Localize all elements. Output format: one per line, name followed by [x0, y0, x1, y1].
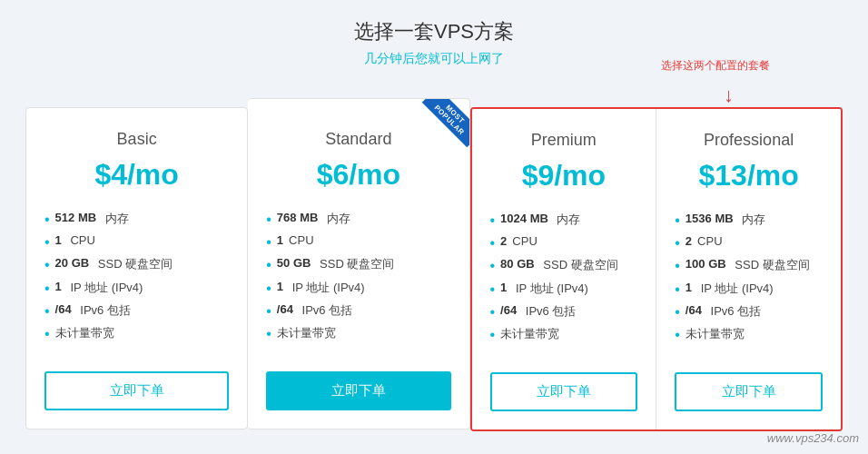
plan-basic-features: 512 MB 内存 1 CPU 20 GB SSD 硬盘空间 1 IP 地址 (…	[44, 208, 229, 353]
feature-item: 1 IP 地址 (IPv4)	[266, 277, 450, 300]
feature-item: 20 GB SSD 硬盘空间	[44, 253, 229, 276]
feature-item: 50 GB SSD 硬盘空间	[266, 253, 450, 276]
feature-item: 1 IP 地址 (IPv4)	[44, 277, 229, 300]
feature-item: 未计量带宽	[490, 323, 638, 346]
feature-item: 1CPU	[266, 231, 450, 253]
plan-basic-order-button[interactable]: 立即下单	[44, 371, 229, 410]
page-subtitle: 几分钟后您就可以上网了	[354, 51, 514, 67]
watermark: www.vps234.com	[767, 431, 859, 445]
plan-premium-features: 1024 MB 内存 2CPU 80 GB SSD 硬盘空间 1 IP 地址 (…	[490, 209, 638, 354]
highlighted-plans-wrapper: Premium $9/mo 1024 MB 内存 2CPU 80 GB SSD …	[470, 107, 843, 431]
feature-item: 2CPU	[675, 232, 823, 254]
plan-professional-name: Professional	[675, 131, 823, 150]
plan-basic-price: $4/mo	[44, 158, 229, 192]
feature-item: 1 IP 地址 (IPv4)	[490, 278, 638, 301]
feature-item: 未计量带宽	[266, 322, 450, 345]
plan-premium: Premium $9/mo 1024 MB 内存 2CPU 80 GB SSD …	[472, 109, 657, 429]
feature-item: 1 IP 地址 (IPv4)	[675, 278, 823, 301]
plan-premium-price: $9/mo	[490, 159, 638, 192]
plans-container: Basic $4/mo 512 MB 内存 1 CPU 20 GB SSD 硬盘…	[25, 107, 843, 431]
feature-item: 100 GB SSD 硬盘空间	[675, 254, 823, 277]
page-header: 选择一套VPS方案 几分钟后您就可以上网了	[354, 18, 514, 67]
plan-professional-order-button[interactable]: 立即下单	[675, 372, 823, 411]
feature-item: 1536 MB 内存	[675, 209, 823, 232]
feature-item: 768 MB 内存	[266, 208, 450, 231]
plan-professional-price: $13/mo	[675, 159, 823, 192]
feature-item: 1024 MB 内存	[490, 209, 638, 232]
plan-professional: Professional $13/mo 1536 MB 内存 2CPU 100 …	[656, 109, 841, 429]
page-title: 选择一套VPS方案	[354, 18, 514, 45]
feature-item: 1 CPU	[44, 231, 229, 253]
feature-item: 512 MB 内存	[44, 208, 229, 231]
feature-item: 80 GB SSD 硬盘空间	[490, 254, 638, 277]
plan-basic-name: Basic	[44, 130, 229, 149]
plan-basic: Basic $4/mo 512 MB 内存 1 CPU 20 GB SSD 硬盘…	[25, 107, 248, 429]
plan-standard-features: 768 MB 内存 1CPU 50 GB SSD 硬盘空间 1 IP 地址 (I…	[266, 208, 450, 353]
feature-item: /64 IPv6 包括	[266, 300, 450, 322]
feature-item: 2CPU	[490, 232, 638, 254]
feature-item: /64 IPv6 包括	[675, 301, 823, 323]
plan-premium-order-button[interactable]: 立即下单	[490, 372, 638, 411]
feature-item: /64 IPv6 包括	[44, 300, 229, 322]
annotation-text: 选择这两个配置的套餐	[661, 58, 770, 74]
plan-standard: MOST POPULAR Standard $6/mo 768 MB 内存 1C…	[248, 98, 469, 429]
plan-premium-name: Premium	[490, 131, 638, 150]
plan-standard-name: Standard	[266, 130, 450, 149]
feature-item: 未计量带宽	[44, 322, 229, 345]
plan-professional-features: 1536 MB 内存 2CPU 100 GB SSD 硬盘空间 1 IP 地址 …	[675, 209, 823, 354]
feature-item: /64 IPv6 包括	[490, 301, 638, 323]
plan-standard-order-button[interactable]: 立即下单	[266, 371, 450, 410]
plan-standard-price: $6/mo	[266, 158, 450, 192]
feature-item: 未计量带宽	[675, 323, 823, 346]
